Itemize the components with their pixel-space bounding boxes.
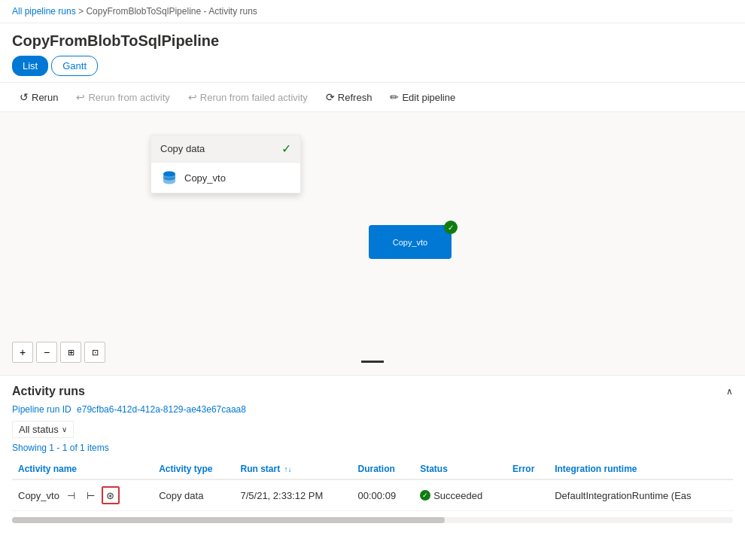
collapse-icon[interactable]: ∧ <box>726 386 733 397</box>
section-title: Activity runs <box>12 385 85 398</box>
col-activity-name: Activity name <box>12 459 153 479</box>
zoom-out-button[interactable]: − <box>36 342 57 363</box>
dropdown-item-copy-vto[interactable]: Copy_vto <box>151 163 300 193</box>
canvas-controls: + − ⊞ ⊡ <box>12 342 105 363</box>
col-duration: Duration <box>352 459 415 479</box>
scroll-indicator <box>361 361 384 363</box>
canvas-area: Copy data ✓ Copy_vto Copy_vto ✓ + − ⊞ ⊡ <box>0 112 745 376</box>
pipeline-run-id-value: e79cfba6-412d-412a-8129-ae43e67caaa8 <box>77 404 246 415</box>
col-integration-runtime: Integration runtime <box>549 459 733 479</box>
activity-runs-table: Activity name Activity type Run start ↑↓… <box>12 459 733 511</box>
col-status: Status <box>414 459 506 479</box>
page-title: CopyFromBlobToSqlPipeline <box>0 23 745 56</box>
reset-button[interactable]: ⊡ <box>84 342 105 363</box>
breadcrumb: All pipeline runs > CopyFromBlobToSqlPip… <box>0 0 745 23</box>
col-activity-type: Activity type <box>153 459 234 479</box>
horizontal-scrollbar[interactable] <box>12 517 733 523</box>
rerun-icon: ↺ <box>20 91 29 103</box>
cell-integration-runtime: DefaultIntegrationRuntime (Eas <box>549 479 733 511</box>
tab-list[interactable]: List <box>12 56 48 76</box>
action-icon-details[interactable]: ⊛ <box>102 486 120 504</box>
dropdown-header: Copy data ✓ <box>151 135 300 163</box>
cell-status: ✓ Succeeded <box>414 479 506 511</box>
showing-text: Showing 1 - 1 of 1 items <box>12 443 733 459</box>
action-icons: ⊣ ⊢ ⊛ <box>62 486 120 504</box>
tabs-row: List Gantt <box>0 56 745 76</box>
status-success-dot: ✓ <box>420 490 430 501</box>
breadcrumb-link[interactable]: All pipeline runs <box>12 6 76 17</box>
table-header-row: Activity name Activity type Run start ↑↓… <box>12 459 733 479</box>
rerun-from-activity-button[interactable]: ↩ Rerun from activity <box>68 87 177 107</box>
refresh-icon: ⟳ <box>326 91 335 103</box>
cell-duration: 00:00:09 <box>352 479 415 511</box>
filter-row: All status ∨ <box>12 421 733 443</box>
sort-icon: ↑↓ <box>284 465 291 473</box>
action-icon-input[interactable]: ⊣ <box>62 486 81 504</box>
tab-gantt[interactable]: Gantt <box>51 56 98 76</box>
action-icon-output[interactable]: ⊢ <box>82 486 100 504</box>
rerun-button[interactable]: ↺ Rerun <box>12 87 65 107</box>
cell-activity-name: Copy_vto ⊣ ⊢ ⊛ <box>12 479 153 511</box>
activity-node: Copy_vto <box>369 225 452 259</box>
copy-data-icon <box>160 169 178 187</box>
zoom-in-button[interactable]: + <box>12 342 33 363</box>
activity-runs-section: Activity runs ∧ Pipeline run ID e79cfba6… <box>0 376 745 511</box>
table-row: Copy_vto ⊣ ⊢ ⊛ Copy data 7/5/21, 2:33:12… <box>12 479 733 511</box>
breadcrumb-separator: > <box>78 6 86 17</box>
edit-icon: ✏ <box>390 91 399 103</box>
refresh-button[interactable]: ⟳ Refresh <box>318 87 380 107</box>
col-run-start[interactable]: Run start ↑↓ <box>234 459 351 479</box>
breadcrumb-current: CopyFromBlobToSqlPipeline - Activity run… <box>86 6 257 17</box>
activity-success-badge: ✓ <box>444 221 458 234</box>
cell-activity-type: Copy data <box>153 479 234 511</box>
dropdown-menu: Copy data ✓ Copy_vto <box>151 135 301 193</box>
rerun-from-failed-button[interactable]: ↩ Rerun from failed activity <box>181 87 315 107</box>
pipeline-canvas: Copy_vto ✓ <box>369 225 452 259</box>
filter-chevron-icon: ∨ <box>62 425 67 434</box>
pipeline-run-id-row: Pipeline run ID e79cfba6-412d-412a-8129-… <box>12 404 733 421</box>
cell-run-start: 7/5/21, 2:33:12 PM <box>234 479 351 511</box>
scrollbar-thumb[interactable] <box>12 517 445 523</box>
status-filter-dropdown[interactable]: All status ∨ <box>12 421 74 438</box>
section-header: Activity runs ∧ <box>12 376 733 404</box>
toolbar: ↺ Rerun ↩ Rerun from activity ↩ Rerun fr… <box>0 82 745 112</box>
col-error: Error <box>506 459 549 479</box>
edit-pipeline-button[interactable]: ✏ Edit pipeline <box>382 87 463 107</box>
fit-button[interactable]: ⊞ <box>60 342 81 363</box>
rerun-from-activity-icon: ↩ <box>76 91 85 103</box>
rerun-from-failed-icon: ↩ <box>188 91 197 103</box>
success-checkmark: ✓ <box>281 142 291 156</box>
cell-error <box>506 479 549 511</box>
